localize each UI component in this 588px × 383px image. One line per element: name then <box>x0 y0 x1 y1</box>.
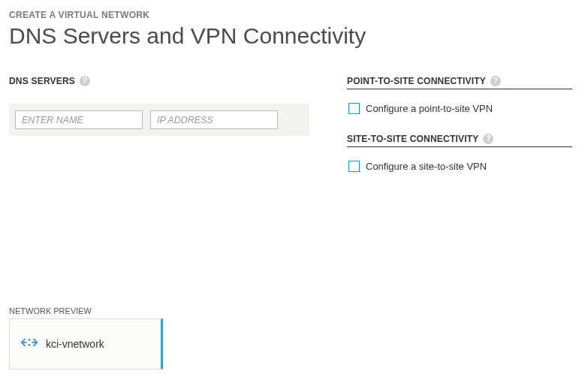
help-icon[interactable]: ? <box>490 76 501 86</box>
dns-section-label: DNS SERVERS <box>9 76 75 86</box>
help-icon[interactable]: ? <box>80 76 90 86</box>
p2s-check-row[interactable]: Configure a point-to-site VPN <box>347 95 572 128</box>
dns-name-input[interactable] <box>15 110 143 129</box>
svg-point-1 <box>29 344 31 346</box>
s2s-checkbox-label[interactable]: Configure a site-to-site VPN <box>366 161 487 172</box>
breadcrumb: CREATE A VIRTUAL NETWORK <box>9 10 579 20</box>
network-preview-card[interactable]: kci-vnetwork <box>9 318 163 369</box>
connectivity-column: POINT-TO-SITE CONNECTIVITY ? Configure a… <box>347 76 572 185</box>
dns-servers-column: DNS SERVERS ? <box>9 76 309 185</box>
p2s-checkbox[interactable] <box>348 103 360 114</box>
page-title: DNS Servers and VPN Connectivity <box>9 23 579 49</box>
p2s-checkbox-label[interactable]: Configure a point-to-site VPN <box>366 103 493 114</box>
s2s-section-label: SITE-TO-SITE CONNECTIVITY <box>347 134 478 144</box>
network-icon <box>20 336 38 352</box>
dns-input-row <box>9 104 309 136</box>
dns-section-header: DNS SERVERS ? <box>9 76 309 87</box>
p2s-section-label: POINT-TO-SITE CONNECTIVITY <box>347 76 486 86</box>
network-preview: NETWORK PREVIEW kci-vnetwork <box>9 306 309 369</box>
s2s-section-header: SITE-TO-SITE CONNECTIVITY ? <box>347 134 572 147</box>
s2s-checkbox[interactable] <box>348 161 360 172</box>
s2s-check-row[interactable]: Configure a site-to-site VPN <box>347 153 572 185</box>
svg-point-0 <box>29 339 31 341</box>
help-icon[interactable]: ? <box>483 134 493 144</box>
p2s-section-header: POINT-TO-SITE CONNECTIVITY ? <box>347 76 572 89</box>
dns-ip-input[interactable] <box>150 110 278 129</box>
preview-label: NETWORK PREVIEW <box>9 306 309 315</box>
network-name: kci-vnetwork <box>46 338 104 350</box>
